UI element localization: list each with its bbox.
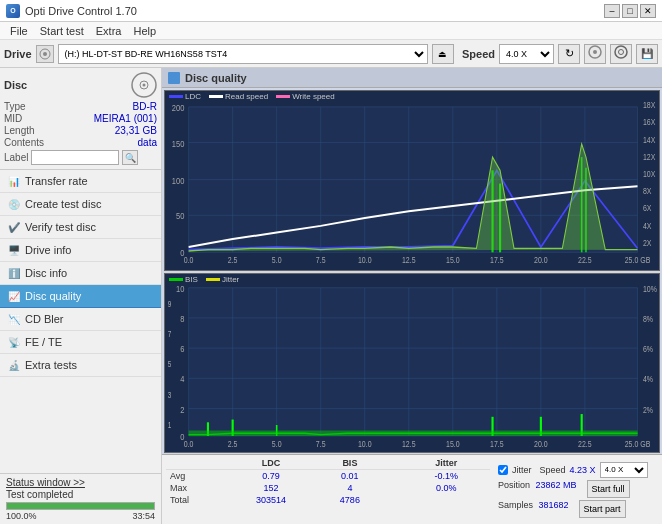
speed-select[interactable]: 4.0 X xyxy=(499,44,554,64)
start-part-button[interactable]: Start part xyxy=(579,500,626,518)
panel-icon xyxy=(168,72,180,84)
sidebar-item-fe-te[interactable]: 📡 FE / TE xyxy=(0,331,161,354)
contents-label: Contents xyxy=(4,137,44,148)
sidebar-item-disc-quality[interactable]: 📈 Disc quality xyxy=(0,285,161,308)
svg-rect-57 xyxy=(189,287,638,435)
stats-row-avg: Avg 0.79 0.01 -0.1% xyxy=(166,470,490,483)
write-speed-legend-label: Write speed xyxy=(292,92,335,101)
avg-ldc: 0.79 xyxy=(227,470,315,483)
elapsed-time: 33:54 xyxy=(132,511,155,521)
sidebar-item-transfer-rate[interactable]: 📊 Transfer rate xyxy=(0,170,161,193)
close-button[interactable]: ✕ xyxy=(640,4,656,18)
status-section: Status window >> Test completed 100.0% 3… xyxy=(0,473,161,524)
label-search-button[interactable]: 🔍 xyxy=(122,150,138,165)
svg-text:10X: 10X xyxy=(643,169,656,179)
stats-row-max: Max 152 4 0.0% xyxy=(166,482,490,494)
stats-table: LDC BIS Jitter Avg 0.79 0.0 xyxy=(166,457,490,522)
max-jitter: 0.0% xyxy=(402,482,490,494)
app-title: Opti Drive Control 1.70 xyxy=(25,5,137,17)
svg-text:5: 5 xyxy=(168,359,172,369)
label-input[interactable] xyxy=(31,150,119,165)
sidebar-item-create-test-disc[interactable]: 💿 Create test disc xyxy=(0,193,161,216)
svg-text:2%: 2% xyxy=(643,404,653,414)
col-header-jitter: Jitter xyxy=(402,457,490,470)
minimize-button[interactable]: – xyxy=(604,4,620,18)
start-full-button[interactable]: Start full xyxy=(587,480,630,498)
svg-point-8 xyxy=(143,84,146,87)
drive-toolbar: Drive (H:) HL-DT-ST BD-RE WH16NS58 TST4 … xyxy=(0,40,662,68)
col-header-empty xyxy=(166,457,227,470)
avg-jitter: -0.1% xyxy=(402,470,490,483)
sidebar-item-extra-tests[interactable]: 🔬 Extra tests xyxy=(0,354,161,377)
svg-text:50: 50 xyxy=(176,210,185,221)
svg-text:8: 8 xyxy=(180,313,184,324)
position-label: Position xyxy=(498,480,530,490)
save-button[interactable]: 💾 xyxy=(636,44,658,64)
svg-text:10: 10 xyxy=(176,282,185,293)
svg-text:8X: 8X xyxy=(643,186,652,196)
svg-text:2.5: 2.5 xyxy=(228,255,238,265)
disc-section-title: Disc xyxy=(4,79,27,91)
chart-ldc-svg: 200 150 100 50 0 18X 16X 14X 12X 10X 8X … xyxy=(165,91,659,270)
title-bar-controls: – □ ✕ xyxy=(604,4,656,18)
sidebar-item-verify-test-disc[interactable]: ✔️ Verify test disc xyxy=(0,216,161,239)
col-header-ldc: LDC xyxy=(227,457,315,470)
svg-text:2: 2 xyxy=(180,403,184,414)
drive-icon xyxy=(36,45,54,63)
panel-title-bar: Disc quality xyxy=(162,68,662,88)
right-stats: Jitter Speed 4.23 X 4.0 X Position 23862… xyxy=(498,457,658,522)
svg-text:2.5: 2.5 xyxy=(228,439,238,449)
maximize-button[interactable]: □ xyxy=(622,4,638,18)
menu-extra[interactable]: Extra xyxy=(90,24,128,38)
svg-text:12X: 12X xyxy=(643,152,656,162)
total-ldc: 303514 xyxy=(227,494,315,506)
sidebar-item-disc-info[interactable]: ℹ️ Disc info xyxy=(0,262,161,285)
bis-legend-label: BIS xyxy=(185,275,198,284)
speed-label: Speed xyxy=(462,48,495,60)
progress-bar-container xyxy=(6,502,155,510)
jitter-label: Jitter xyxy=(512,465,532,475)
menu-file[interactable]: File xyxy=(4,24,34,38)
disc-info-icon: ℹ️ xyxy=(8,268,20,279)
contents-value: data xyxy=(138,137,157,148)
transfer-rate-icon: 📊 xyxy=(8,176,20,187)
status-window-button[interactable]: Status window >> xyxy=(6,477,155,488)
disc-quality-icon: 📈 xyxy=(8,291,20,302)
length-label: Length xyxy=(4,125,35,136)
svg-text:0.0: 0.0 xyxy=(184,439,194,449)
svg-text:10.0: 10.0 xyxy=(358,255,372,265)
svg-text:15.0: 15.0 xyxy=(446,255,460,265)
svg-text:0.0: 0.0 xyxy=(184,255,194,265)
svg-rect-108 xyxy=(189,430,638,435)
svg-text:7.5: 7.5 xyxy=(316,439,326,449)
disc-button1[interactable] xyxy=(584,44,606,64)
stats-row-total: Total 303514 4786 xyxy=(166,494,490,506)
sidebar-item-drive-info[interactable]: 🖥️ Drive info xyxy=(0,239,161,262)
svg-text:17.5: 17.5 xyxy=(490,255,504,265)
svg-text:7.5: 7.5 xyxy=(316,255,326,265)
menu-start-test[interactable]: Start test xyxy=(34,24,90,38)
svg-text:10.0: 10.0 xyxy=(358,439,372,449)
app-icon: O xyxy=(6,4,20,18)
speed-stat-dropdown[interactable]: 4.0 X xyxy=(600,462,648,478)
eject-button[interactable]: ⏏ xyxy=(432,44,454,64)
drive-select[interactable]: (H:) HL-DT-ST BD-RE WH16NS58 TST4 xyxy=(58,44,428,64)
refresh-button[interactable]: ↻ xyxy=(558,44,580,64)
disc-button2[interactable] xyxy=(610,44,632,64)
max-bis: 4 xyxy=(315,482,385,494)
svg-text:12.5: 12.5 xyxy=(402,255,416,265)
svg-text:12.5: 12.5 xyxy=(402,439,416,449)
svg-text:6%: 6% xyxy=(643,344,653,354)
svg-text:100: 100 xyxy=(172,175,185,186)
svg-text:16X: 16X xyxy=(643,118,656,128)
svg-text:6X: 6X xyxy=(643,204,652,214)
samples-label: Samples xyxy=(498,500,533,510)
length-value: 23,31 GB xyxy=(115,125,157,136)
progress-percent: 100.0% xyxy=(6,511,37,521)
label-label: Label xyxy=(4,152,28,163)
disc-icon xyxy=(131,72,157,98)
total-bis: 4786 xyxy=(315,494,385,506)
jitter-checkbox[interactable] xyxy=(498,465,508,475)
sidebar-item-cd-bler[interactable]: 📉 CD Bler xyxy=(0,308,161,331)
menu-help[interactable]: Help xyxy=(127,24,162,38)
